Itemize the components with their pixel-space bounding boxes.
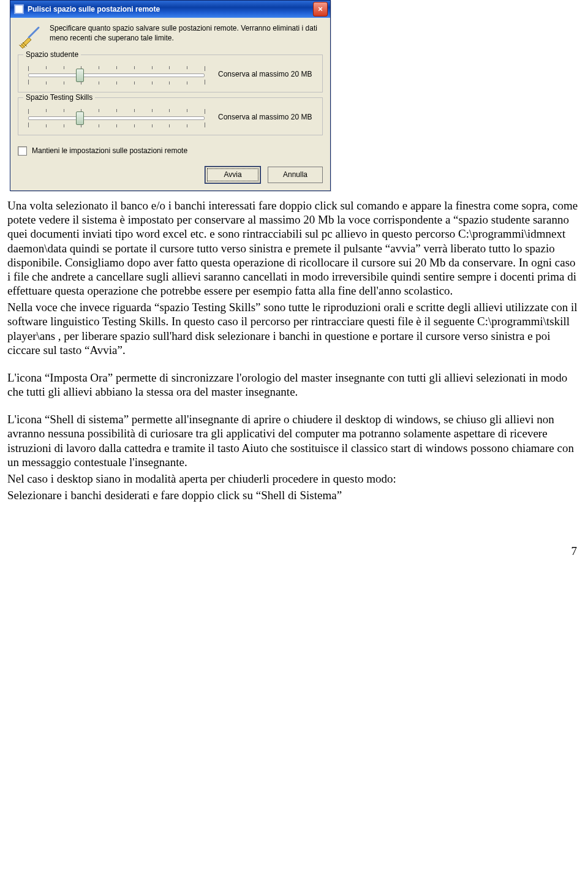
window-title: Pulisci spazio sulle postazioni remote: [28, 5, 309, 14]
close-button[interactable]: ×: [313, 2, 328, 17]
testing-skills-slider[interactable]: [24, 107, 208, 129]
cancel-button-label: Annulla: [283, 170, 307, 179]
cleanup-app-icon: [14, 4, 24, 14]
student-space-value: Conserva al massimo 20 MB: [218, 70, 312, 80]
body-paragraph: Selezionare i banchi desiderati e fare d…: [7, 488, 581, 502]
page-number: 7: [7, 544, 581, 558]
testing-skills-legend: Spazio Testing Skills: [23, 93, 95, 102]
testing-skills-group: Spazio Testing Skills Conserva al massim…: [18, 97, 323, 135]
student-space-slider[interactable]: [24, 64, 208, 86]
close-icon: ×: [318, 4, 323, 14]
broom-icon: [18, 24, 42, 48]
cancel-button[interactable]: Annulla: [268, 167, 323, 183]
start-button-label: Avvia: [224, 170, 241, 179]
testing-skills-value: Conserva al massimo 20 MB: [218, 113, 312, 122]
student-space-legend: Spazio studente: [23, 50, 81, 59]
cleanup-dialog: Pulisci spazio sulle postazioni remote ×…: [10, 0, 331, 191]
student-space-group: Spazio studente Conserva al massimo 20 M…: [18, 55, 323, 92]
body-paragraph: L'icona “Imposta Ora” permette di sincro…: [7, 371, 581, 399]
svg-marker-0: [20, 37, 31, 48]
keep-settings-label: Mantieni le impostazioni sulle postazion…: [32, 146, 187, 156]
keep-settings-checkbox[interactable]: [18, 146, 27, 156]
body-paragraph: Nel caso i desktop siano in modalità ape…: [7, 472, 581, 486]
body-paragraph: Nella voce che invece riguarda “spazio T…: [7, 300, 581, 357]
body-paragraph: Una volta selezionato il banco e/o i ban…: [7, 198, 581, 298]
titlebar[interactable]: Pulisci spazio sulle postazioni remote ×: [10, 1, 330, 18]
svg-line-1: [29, 28, 39, 37]
dialog-intro-text: Specificare quanto spazio salvare sulle …: [50, 24, 323, 48]
body-paragraph: L'icona “Shell di sistema” permette all'…: [7, 412, 581, 469]
start-button[interactable]: Avvia: [205, 167, 260, 183]
